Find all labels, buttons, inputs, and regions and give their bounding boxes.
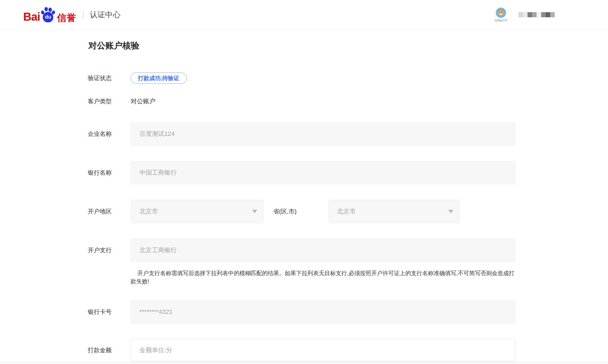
company-name-label: 企业名称: [88, 130, 131, 138]
customer-type-row: 客户类型 对公账户: [0, 97, 608, 105]
logo-text-du: du: [43, 12, 53, 22]
bottom-strip: [0, 361, 608, 364]
dropdown-arrow-icon: [252, 210, 257, 213]
dropdown-arrow-icon: [448, 210, 453, 213]
bank-name-row: 银行名称: [0, 161, 608, 184]
logo-text-bai: Bai: [23, 11, 40, 22]
bank-card-label: 银行卡号: [88, 308, 131, 316]
customer-type-value: 对公账户: [131, 97, 156, 106]
customer-type-label: 客户类型: [88, 97, 131, 105]
baidu-xinyu-logo[interactable]: Bai du 信誉: [23, 7, 76, 22]
city-select[interactable]: 北京市: [328, 200, 460, 223]
bank-card-input[interactable]: [131, 300, 515, 324]
bank-branch-help-text: 开户支行名称需填写后选择下拉列表中的模糊匹配的结果。如果下拉列表无目标支行,必须…: [131, 269, 516, 286]
status-badge: 打款成功,待验证: [131, 72, 187, 84]
header-divider: [83, 10, 84, 19]
bank-region-label: 开户地区: [88, 207, 131, 215]
logo-text-xinyu: 信誉: [57, 13, 76, 22]
user-avatar[interactable]: [496, 8, 506, 18]
bank-branch-row: 开户支行: [0, 239, 608, 262]
amount-input[interactable]: [131, 339, 515, 361]
bank-branch-label: 开户支行: [88, 246, 131, 254]
company-name-row: 企业名称: [0, 122, 608, 145]
username: zybqjy123: [494, 19, 507, 22]
bank-branch-input[interactable]: [131, 239, 515, 262]
redacted-account-name: [518, 12, 555, 17]
province-select-value: 北京市: [139, 207, 158, 216]
page-title: 对公账户核验: [88, 40, 608, 50]
province-select[interactable]: 北京市: [131, 200, 264, 223]
province-hint-label: 省(区,市): [273, 207, 297, 215]
city-select-value: 北京市: [337, 207, 356, 216]
bank-region-row: 开户地区 北京市 省(区,市) 北京市: [0, 200, 608, 223]
amount-row: 打款金额: [0, 339, 608, 361]
company-name-input[interactable]: [131, 122, 515, 145]
verify-status-row: 验证状态 打款成功,待验证: [0, 72, 608, 84]
user-area: zybqjy123: [492, 8, 555, 22]
baidu-paw-icon: du: [41, 7, 55, 22]
bank-name-input[interactable]: [131, 161, 515, 184]
verify-status-label: 验证状态: [88, 74, 131, 82]
bank-card-row: 银行卡号: [0, 300, 608, 324]
top-header: Bai du 信誉 认证中心 zybqjy123: [0, 0, 608, 30]
bank-name-label: 银行名称: [88, 169, 131, 177]
amount-label: 打款金额: [88, 346, 131, 354]
site-title: 认证中心: [90, 10, 120, 20]
